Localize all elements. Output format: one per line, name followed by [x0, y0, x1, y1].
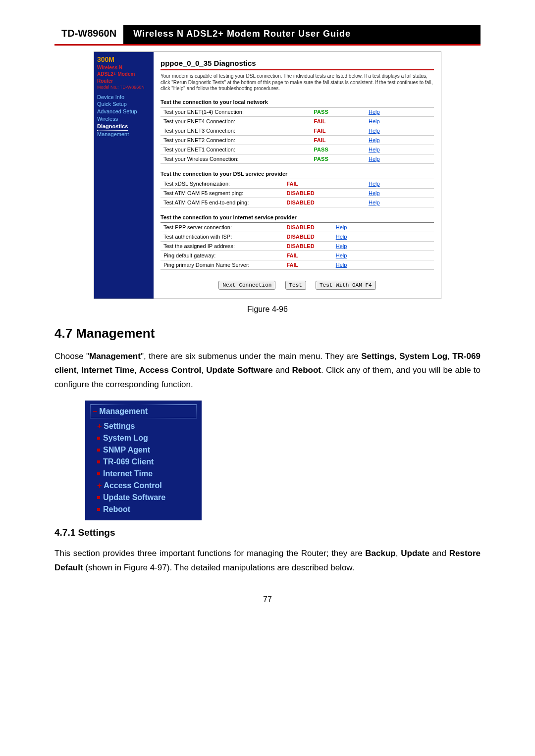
bullet-icon	[97, 472, 100, 475]
section-4-7-heading: 4.7 Management	[54, 326, 481, 341]
table-row: Test authentication with ISP:DISABLEDHel…	[160, 232, 434, 241]
diagnostics-content: pppoe_0_0_35 Diagnostics Your modem is c…	[154, 52, 441, 299]
help-link[interactable]: Help	[333, 223, 434, 232]
local-network-caption: Test the connection to your local networ…	[160, 99, 434, 107]
nav-sidebar: 300M Wireless N ADSL2+ Modem Router Mode…	[94, 52, 154, 299]
help-link[interactable]: Help	[366, 135, 434, 145]
nav-snmp-agent[interactable]: SNMP Agent	[90, 444, 197, 456]
help-link[interactable]: Help	[366, 107, 434, 117]
table-row: Test your ENET2 Connection:FAILHelp	[160, 135, 434, 145]
nav-system-log[interactable]: System Log	[90, 432, 197, 444]
nav-top-management[interactable]: −Management	[90, 404, 197, 418]
nav-settings[interactable]: +Settings	[90, 420, 197, 432]
expand-icon: +	[97, 481, 102, 490]
table-row: Ping default gateway:FAILHelp	[160, 251, 434, 260]
test-button[interactable]: Test	[285, 281, 306, 290]
table-row: Test PPP server connection:DISABLEDHelp	[160, 223, 434, 232]
isp-caption: Test the connection to your Internet ser…	[160, 214, 434, 223]
diagnostic-buttons: Next Connection Test Test With OAM F4	[160, 277, 434, 294]
management-nav-screenshot: −Management +Settings System Log SNMP Ag…	[85, 401, 202, 520]
brand-logo: 300M	[97, 55, 151, 64]
management-paragraph: Choose "Management", there are six subme…	[54, 350, 481, 393]
nav-wireless[interactable]: Wireless	[97, 115, 151, 123]
brand-modelno: Model No.: TD-W8960N	[97, 84, 151, 90]
bullet-icon	[97, 437, 100, 440]
local-network-table: Test the connection to your local networ…	[160, 99, 434, 164]
collapse-icon: −	[93, 407, 97, 415]
dsl-provider-table: Test the connection to your DSL service …	[160, 171, 434, 207]
help-link[interactable]: Help	[366, 154, 434, 163]
header-title: Wireless N ADSL2+ Modem Router User Guid…	[123, 25, 481, 44]
table-row: Ping primary Domain Name Server:FAILHelp	[160, 260, 434, 269]
table-row: Test ATM OAM F5 end-to-end ping:DISABLED…	[160, 198, 434, 207]
nav-reboot[interactable]: Reboot	[90, 504, 197, 515]
isp-table: Test the connection to your Internet ser…	[160, 214, 434, 270]
next-connection-button[interactable]: Next Connection	[218, 281, 275, 290]
bullet-icon	[97, 449, 100, 452]
help-link[interactable]: Help	[333, 232, 434, 241]
header-model: TD-W8960N	[54, 25, 123, 44]
table-row: Test xDSL Synchronization:FAILHelp	[160, 179, 434, 189]
nav-tr069-client[interactable]: TR-069 Client	[90, 456, 197, 468]
dsl-provider-caption: Test the connection to your DSL service …	[160, 171, 434, 179]
help-link[interactable]: Help	[366, 126, 434, 135]
help-link[interactable]: Help	[366, 198, 434, 207]
diagnostics-title: pppoe_0_0_35 Diagnostics	[160, 59, 434, 67]
table-row: Test the assigned IP address:DISABLEDHel…	[160, 241, 434, 251]
help-link[interactable]: Help	[366, 188, 434, 198]
table-row: Test your ENET4 Connection:FAILHelp	[160, 116, 434, 126]
nav-management[interactable]: Management	[97, 131, 151, 138]
nav-quick-setup[interactable]: Quick Setup	[97, 101, 151, 108]
help-link[interactable]: Help	[366, 145, 434, 154]
page-number: 77	[54, 595, 481, 604]
help-link[interactable]: Help	[366, 116, 434, 126]
running-header: TD-W8960N Wireless N ADSL2+ Modem Router…	[54, 25, 481, 46]
nav-access-control[interactable]: +Access Control	[90, 480, 197, 492]
figure-caption: Figure 4-96	[54, 305, 481, 314]
nav-internet-time[interactable]: Internet Time	[90, 468, 197, 480]
expand-icon: +	[97, 422, 102, 430]
nav-device-info[interactable]: Device Info	[97, 94, 151, 101]
test-oam-f4-button[interactable]: Test With OAM F4	[316, 281, 376, 290]
nav-update-software[interactable]: Update Software	[90, 492, 197, 504]
table-row: Test your ENET(1-4) Connection:PASSHelp	[160, 107, 434, 117]
bullet-icon	[97, 460, 100, 463]
help-link[interactable]: Help	[366, 179, 434, 189]
bullet-icon	[97, 496, 100, 499]
table-row: Test ATM OAM F5 segment ping:DISABLEDHel…	[160, 188, 434, 198]
brand-sub2: ADSL2+ Modem Router	[97, 71, 151, 84]
bullet-icon	[97, 508, 100, 511]
help-link[interactable]: Help	[333, 241, 434, 251]
table-row: Test your ENET3 Connection:FAILHelp	[160, 126, 434, 135]
table-row: Test your Wireless Connection:PASSHelp	[160, 154, 434, 163]
help-link[interactable]: Help	[333, 260, 434, 269]
nav-diagnostics[interactable]: Diagnostics	[97, 123, 128, 131]
section-4-7-1-heading: 4.7.1 Settings	[54, 527, 481, 538]
table-row: Test your ENET1 Connection:PASSHelp	[160, 145, 434, 154]
title-divider	[160, 69, 434, 70]
help-link[interactable]: Help	[333, 251, 434, 260]
brand-sub1: Wireless N	[97, 64, 151, 71]
nav-advanced-setup[interactable]: Advanced Setup	[97, 108, 151, 115]
diagnostics-intro: Your modem is capable of testing your DS…	[160, 73, 434, 92]
diagnostics-screenshot: 300M Wireless N ADSL2+ Modem Router Mode…	[94, 51, 441, 299]
settings-paragraph: This section provides three important fu…	[54, 547, 481, 575]
